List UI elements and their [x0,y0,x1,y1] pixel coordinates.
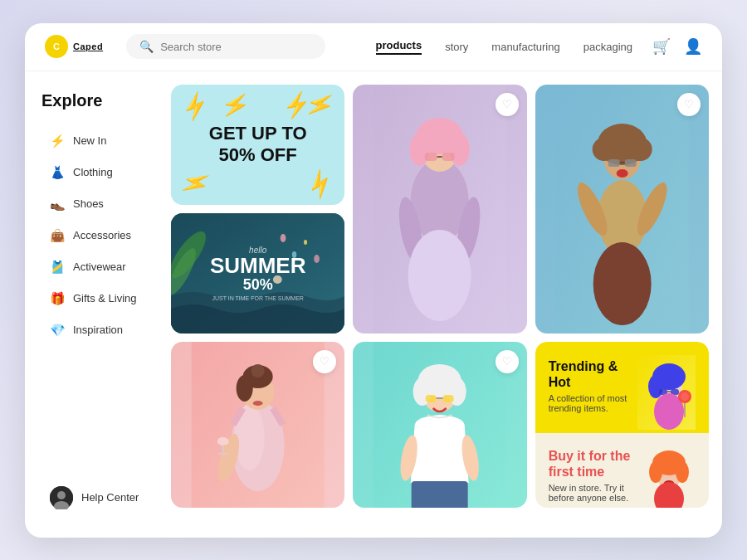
nav-packaging[interactable]: packaging [583,41,632,53]
sidebar-nav: ⚡ New In 👗 Clothing 👞 Shoes 👜 Accessorie… [42,127,148,478]
sidebar-label-activewear: Activewear [73,261,126,273]
logo[interactable]: C Caped [45,35,103,58]
lightning-icon-5: ⚡ [176,163,215,202]
summer-text: hello SUMMER 50% JUST IN TIME FOR THE SU… [210,246,306,301]
inspiration-icon: 💎 [50,323,65,338]
trending-top: Trending & Hot A collection of most tren… [535,342,709,433]
svg-point-45 [237,375,253,402]
sidebar-item-shoes[interactable]: 👞 Shoes [42,190,148,218]
sidebar-title: Explore [42,91,148,110]
lightning-icon-6: ⚡ [300,165,339,203]
search-icon: 🔍 [139,40,154,53]
trending-card: Trending & Hot A collection of most tren… [535,342,709,508]
search-input[interactable] [160,41,312,53]
sidebar-label-accessories: Accessories [73,229,131,241]
svg-point-1 [57,491,66,499]
grid-area: ⚡ ⚡ ⚡ ⚡ ⚡ ⚡ GET UP TO 50% OFF ♡ [164,71,722,538]
svg-point-8 [450,133,470,166]
nav-manufacturing[interactable]: manufacturing [491,41,559,53]
woman-curly-hair-card: ♡ [535,85,709,334]
user-icon[interactable]: 👤 [684,37,702,56]
header-icons: 🛒 👤 [652,37,702,56]
woman-white-tee-card: ♡ [353,342,526,508]
favorite-button-1[interactable]: ♡ [496,93,519,116]
sidebar-item-accessories[interactable]: 👜 Accessories [42,222,148,250]
sidebar-item-activewear[interactable]: 🎽 Activewear [42,253,148,281]
sale-banner-card: ⚡ ⚡ ⚡ ⚡ ⚡ ⚡ GET UP TO 50% OFF [171,85,344,205]
svg-point-7 [410,133,430,166]
sale-line1: GET UP TO [209,123,307,144]
favorite-button-2[interactable]: ♡ [677,93,701,116]
app-container: C Caped 🔍 products story manufacturing p… [25,23,722,538]
sidebar-label-new-in: New In [73,134,106,147]
woman-pink-hair-card: ♡ [353,85,526,334]
buy-title: Buy it for the first time [549,448,637,480]
svg-rect-57 [426,395,437,402]
sidebar-label-inspiration: Inspiration [73,324,123,336]
model-2 [535,85,709,334]
buy-first-bottom: Buy it for the first time New in store. … [535,433,709,508]
sidebar-label-shoes: Shoes [73,197,104,210]
svg-rect-9 [425,153,437,161]
trending-desc: A collection of most trending items. [549,393,637,413]
buy-woman-figure [637,445,696,508]
sale-text: GET UP TO 50% OFF [209,123,307,167]
svg-point-77 [676,461,689,483]
sidebar-label-gifts: Gifts & Living [73,292,137,304]
svg-point-37 [314,255,320,263]
activewear-icon: 🎽 [50,260,65,275]
sidebar-item-inspiration[interactable]: 💎 Inspiration [42,316,148,344]
svg-point-23 [613,126,630,143]
gifts-icon: 🎁 [50,291,65,306]
svg-point-34 [281,234,286,242]
main-nav: products story manufacturing packaging [376,39,632,55]
sidebar: Explore ⚡ New In 👗 Clothing 👞 Shoes 👜 Ac… [25,71,164,538]
svg-point-46 [253,401,263,406]
buy-content: Buy it for the first time New in store. … [549,445,637,503]
accessories-icon: 👜 [50,228,65,243]
shoes-icon: 👞 [50,197,65,212]
sidebar-item-new-in[interactable]: ⚡ New In [42,127,148,155]
summer-banner-card: hello SUMMER 50% JUST IN TIME FOR THE SU… [171,213,344,334]
svg-point-50 [217,437,229,446]
nav-products[interactable]: products [376,39,422,55]
favorite-button-4[interactable]: ♡ [496,350,519,373]
clothing-icon: 👗 [50,165,65,180]
svg-rect-58 [443,395,454,402]
svg-point-14 [408,230,471,321]
nav-story[interactable]: story [445,41,468,53]
svg-point-30 [593,242,651,325]
header: C Caped 🔍 products story manufacturing p… [25,23,722,71]
sidebar-label-clothing: Clothing [73,166,113,178]
favorite-button-3[interactable]: ♡ [313,350,336,373]
cart-icon[interactable]: 🛒 [652,37,671,56]
trending-content: Trending & Hot A collection of most tren… [549,355,637,413]
lightning-icon-1: ⚡ [177,89,213,124]
sidebar-item-clothing[interactable]: 👗 Clothing [42,158,148,187]
logo-text: Caped [73,41,103,51]
product-grid: ⚡ ⚡ ⚡ ⚡ ⚡ ⚡ GET UP TO 50% OFF ♡ [171,85,709,508]
svg-rect-25 [624,159,636,167]
help-label: Help Center [81,491,139,504]
sale-line2: 50% OFF [209,144,307,166]
logo-icon: C [45,35,68,58]
main-content: Explore ⚡ New In 👗 Clothing 👞 Shoes 👜 Ac… [25,71,722,538]
summer-percent: 50% [210,276,306,294]
new-in-icon: ⚡ [50,134,65,149]
svg-point-71 [681,392,689,401]
svg-rect-52 [412,481,468,508]
summer-main: SUMMER [210,255,306,276]
svg-rect-10 [442,153,455,161]
summer-hello: hello [210,246,306,255]
svg-point-76 [649,461,662,483]
trending-woman-figure [637,355,696,430]
svg-point-44 [251,364,265,377]
sidebar-item-gifts[interactable]: 🎁 Gifts & Living [42,285,148,313]
buy-desc: New in store. Try it before anyone else. [549,483,637,503]
summer-sub: JUST IN TIME FOR THE SUMMER [210,295,306,301]
search-bar[interactable]: 🔍 [126,34,325,59]
model-1 [353,85,526,334]
help-center[interactable]: Help Center [42,478,148,518]
svg-point-36 [304,240,307,245]
woman-pink-satin-card: ♡ [171,342,344,508]
